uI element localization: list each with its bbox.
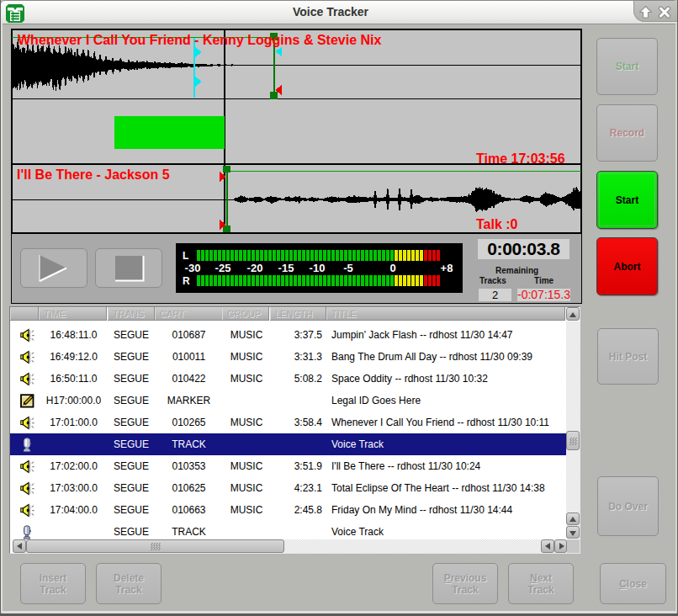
svg-text:0: 0 (389, 262, 395, 274)
svg-text:-5: -5 (343, 262, 353, 274)
svg-text:R: R (183, 275, 190, 287)
svg-text:-10: -10 (310, 262, 326, 274)
svg-text:L: L (183, 250, 188, 262)
svg-text:-30: -30 (185, 262, 201, 274)
svg-text:-15: -15 (278, 262, 294, 274)
svg-text:-25: -25 (215, 262, 231, 274)
svg-text:+8: +8 (441, 262, 453, 274)
svg-text:-20: -20 (247, 262, 263, 274)
